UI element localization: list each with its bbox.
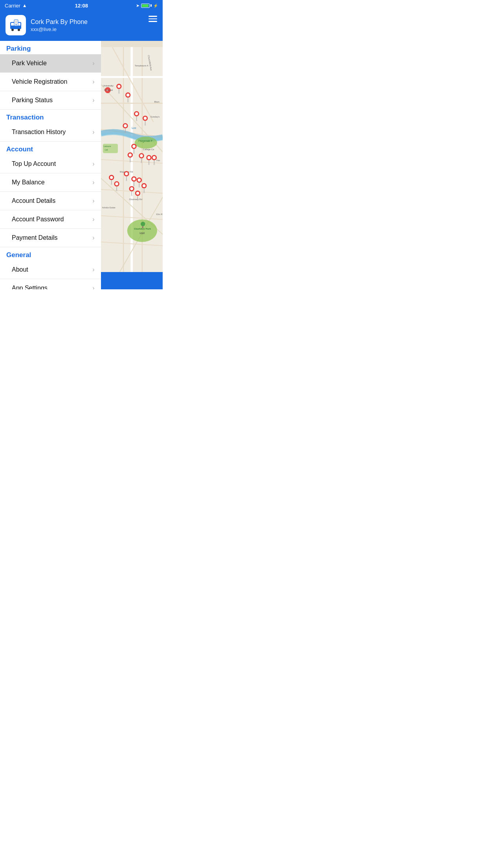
- svg-rect-33: [142, 226, 143, 228]
- location-icon: ➤: [136, 3, 139, 8]
- svg-point-64: [144, 124, 146, 126]
- svg-text:Ltd: Ltd: [105, 149, 108, 151]
- svg-point-60: [136, 120, 137, 121]
- chevron-icon: ›: [92, 160, 94, 167]
- svg-point-96: [116, 190, 117, 191]
- charging-icon: ⚡: [153, 4, 158, 8]
- menu-item-payment-details-label: Payment Details: [12, 234, 58, 241]
- menu-item-transaction-history-label: Transaction History: [12, 129, 66, 136]
- status-time: 12:08: [75, 3, 88, 9]
- menu-item-transaction-history[interactable]: Transaction History ›: [0, 123, 101, 142]
- menu-item-payment-details[interactable]: Payment Details ›: [0, 229, 101, 247]
- svg-point-120: [143, 192, 145, 193]
- app-logo-svg: [7, 17, 24, 34]
- map-svg: Fitzgerald P Leisure Ltd Clashduv Park L…: [101, 41, 163, 289]
- chevron-icon: ›: [92, 78, 94, 85]
- menu-item-vehicle-registration[interactable]: Vehicle Registration ›: [0, 73, 101, 91]
- menu-item-parking-status-label: Parking Status: [12, 97, 53, 104]
- wifi-icon: ▲: [22, 3, 27, 8]
- svg-rect-7: [15, 20, 17, 24]
- svg-point-70: [132, 145, 136, 148]
- hamburger-line-1: [149, 16, 157, 17]
- svg-point-82: [147, 156, 150, 159]
- svg-point-76: [129, 161, 131, 163]
- status-bar-left: Carrier ▲: [5, 3, 27, 9]
- chevron-icon: ›: [92, 266, 94, 273]
- svg-text:Elm Rd: Elm Rd: [156, 213, 163, 215]
- menu-item-my-balance[interactable]: My Balance ›: [0, 173, 101, 192]
- battery-icon: [141, 4, 152, 8]
- user-name: Cork Park By Phone: [31, 18, 88, 26]
- user-email: xxx@live.ie: [31, 26, 88, 32]
- menu-item-park-vehicle-label: Park Vehicle: [12, 60, 47, 67]
- svg-point-92: [110, 184, 112, 185]
- menu-item-parking-status[interactable]: Parking Status ›: [0, 91, 101, 110]
- svg-point-78: [140, 154, 143, 157]
- menu-item-top-up-account[interactable]: Top Up Account ›: [0, 155, 101, 173]
- menu-item-top-up-account-label: Top Up Account: [12, 160, 56, 167]
- svg-point-24: [134, 137, 157, 149]
- status-bar-right: ➤ ⚡: [136, 3, 158, 8]
- svg-text:University: University: [103, 84, 114, 87]
- svg-point-56: [127, 101, 128, 103]
- menu-item-about[interactable]: About ›: [0, 261, 101, 279]
- svg-text:Har: Har: [156, 159, 160, 162]
- chevron-icon: ›: [92, 216, 94, 223]
- app-logo: [6, 15, 26, 35]
- svg-point-52: [118, 92, 120, 94]
- main-layout: Parking Park Vehicle › Vehicle Registrat…: [0, 41, 163, 289]
- map-area[interactable]: Fitzgerald P Leisure Ltd Clashduv Park L…: [101, 41, 163, 289]
- svg-point-72: [133, 153, 135, 154]
- menu-item-about-label: About: [12, 266, 28, 273]
- svg-point-32: [141, 222, 145, 226]
- bottom-bar: [101, 272, 163, 289]
- svg-point-5: [18, 29, 20, 31]
- menu-item-account-password-label: Account Password: [12, 216, 64, 223]
- menu-item-my-balance-label: My Balance: [12, 179, 45, 186]
- svg-point-74: [128, 153, 132, 156]
- svg-point-50: [117, 85, 121, 88]
- svg-point-94: [115, 182, 118, 186]
- menu-item-account-password[interactable]: Account Password ›: [0, 210, 101, 229]
- svg-text:Glasheen Rd: Glasheen Rd: [129, 198, 142, 200]
- menu-item-park-vehicle[interactable]: Park Vehicle ›: [0, 54, 101, 73]
- section-header-account: Account: [0, 142, 101, 155]
- svg-point-110: [130, 187, 133, 190]
- svg-point-90: [110, 176, 113, 179]
- svg-point-58: [135, 112, 138, 116]
- hamburger-button[interactable]: [149, 16, 157, 22]
- svg-text:Ashdúv Estate: Ashdúv Estate: [102, 206, 116, 209]
- menu-item-app-settings[interactable]: App Settings ›: [0, 279, 101, 289]
- svg-point-4: [11, 29, 14, 31]
- svg-point-68: [125, 132, 126, 133]
- svg-text:Blarn: Blarn: [154, 101, 159, 103]
- svg-point-88: [153, 164, 155, 165]
- chevron-icon: ›: [92, 97, 94, 104]
- user-info: Cork Park By Phone xxx@live.ie: [31, 18, 88, 32]
- svg-point-86: [152, 156, 156, 159]
- svg-point-118: [143, 184, 146, 188]
- svg-point-54: [127, 94, 130, 97]
- menu-item-account-details[interactable]: Account Details ›: [0, 192, 101, 210]
- svg-text:Sunday's: Sunday's: [150, 116, 160, 118]
- svg-point-102: [132, 177, 136, 180]
- svg-point-106: [138, 178, 141, 182]
- svg-point-8: [16, 24, 17, 26]
- menu-item-vehicle-registration-label: Vehicle Registration: [12, 78, 67, 85]
- drawer-header: Cork Park By Phone xxx@live.ie: [0, 11, 163, 41]
- sidebar-menu: Parking Park Vehicle › Vehicle Registrat…: [0, 41, 101, 289]
- menu-item-account-details-label: Account Details: [12, 197, 55, 204]
- menu-item-app-settings-label: App Settings: [12, 285, 48, 289]
- svg-point-98: [125, 172, 128, 175]
- battery-tip: [150, 4, 152, 7]
- svg-point-112: [131, 195, 132, 196]
- section-header-general: General: [0, 247, 101, 261]
- svg-text:Legal: Legal: [139, 232, 145, 234]
- svg-point-108: [138, 186, 140, 188]
- hamburger-line-3: [149, 21, 157, 22]
- battery-body: [141, 4, 150, 8]
- chevron-icon: ›: [92, 234, 94, 241]
- svg-text:Fitzgerald P: Fitzgerald P: [138, 140, 152, 143]
- chevron-icon: ›: [92, 179, 94, 186]
- svg-point-116: [137, 199, 138, 201]
